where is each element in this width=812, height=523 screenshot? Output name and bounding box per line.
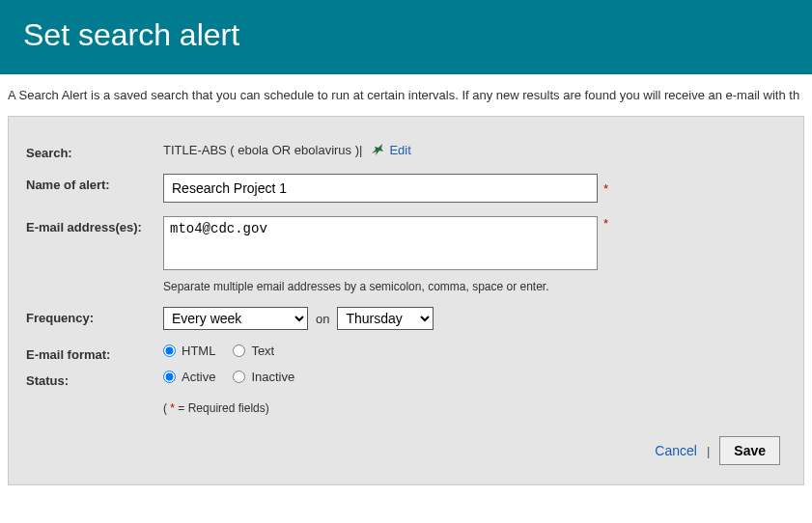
cancel-link[interactable]: Cancel: [655, 443, 697, 458]
search-label: Search:: [26, 142, 163, 160]
status-active-label: Active: [182, 370, 215, 384]
format-html-label: HTML: [182, 344, 215, 358]
email-content: * Separate multiple email addresses by a…: [163, 216, 780, 293]
format-text-radio[interactable]: [233, 344, 245, 357]
alert-name-input[interactable]: [163, 174, 598, 203]
required-mark: *: [603, 181, 608, 196]
search-separator: |: [359, 143, 362, 157]
format-content: HTML Text: [163, 344, 780, 358]
edit-icon: [370, 142, 385, 157]
name-content: *: [163, 174, 780, 203]
page-description: A Search Alert is a saved search that yo…: [0, 74, 812, 116]
status-active-option[interactable]: Active: [163, 370, 215, 384]
format-label: E-mail format:: [26, 344, 163, 362]
format-radio-group: HTML Text: [163, 344, 274, 358]
search-row: Search: TITLE-ABS ( ebola OR ebolavirus …: [26, 142, 780, 160]
status-inactive-radio[interactable]: [233, 371, 245, 383]
required-mark: *: [603, 216, 608, 231]
frequency-content: Every week on Thursday: [163, 307, 780, 330]
email-helper-text: Separate multiple email addresses by a s…: [163, 280, 549, 293]
alert-form-panel: Search: TITLE-ABS ( ebola OR ebolavirus …: [8, 116, 804, 485]
name-row: Name of alert: *: [26, 174, 780, 203]
frequency-label: Frequency:: [26, 307, 163, 325]
format-row: E-mail format: HTML Text: [26, 344, 780, 362]
format-html-radio[interactable]: [163, 344, 176, 357]
format-text-label: Text: [251, 344, 274, 358]
edit-link[interactable]: Edit: [389, 143, 410, 157]
page-title: Set search alert: [23, 17, 789, 53]
status-active-radio[interactable]: [163, 371, 176, 383]
status-label: Status:: [26, 370, 163, 388]
frequency-day-select[interactable]: Thursday: [337, 307, 434, 330]
status-row: Status: Active Inactive ( * = Required f…: [26, 370, 780, 415]
search-query-text: TITLE-ABS ( ebola OR ebolavirus ): [163, 143, 359, 157]
status-radio-group: Active Inactive: [163, 370, 294, 384]
status-inactive-option[interactable]: Inactive: [233, 370, 294, 384]
action-separator: |: [707, 444, 710, 458]
frequency-row: Frequency: Every week on Thursday: [26, 307, 780, 330]
name-label: Name of alert:: [26, 174, 163, 192]
frequency-interval-select[interactable]: Every week: [163, 307, 308, 330]
format-html-option[interactable]: HTML: [163, 344, 215, 358]
required-fields-note: ( * = Required fields): [163, 401, 269, 415]
email-textarea[interactable]: [163, 216, 598, 270]
search-content: TITLE-ABS ( ebola OR ebolavirus ) | Edit: [163, 142, 780, 157]
format-text-option[interactable]: Text: [233, 344, 274, 358]
form-actions: Cancel | Save: [26, 436, 780, 465]
email-row: E-mail address(es): * Separate multiple …: [26, 216, 780, 293]
email-label: E-mail address(es):: [26, 216, 163, 234]
status-inactive-label: Inactive: [251, 370, 294, 384]
save-button[interactable]: Save: [719, 436, 780, 465]
frequency-on-label: on: [316, 312, 329, 326]
status-content: Active Inactive ( * = Required fields): [163, 370, 780, 415]
page-header: Set search alert: [0, 0, 812, 74]
